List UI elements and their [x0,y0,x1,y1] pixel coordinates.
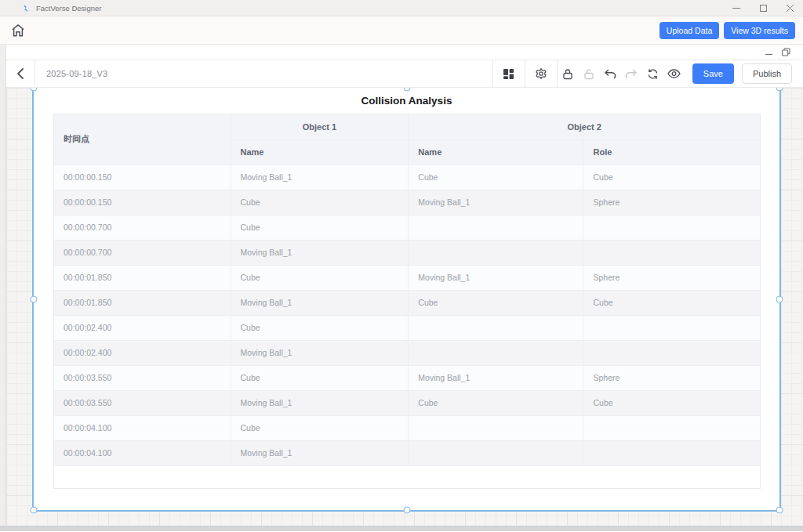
close-button[interactable] [776,0,803,16]
table-row: 00:00:02.400Moving Ball_1 [54,340,760,365]
window-title: FactVerse Designer [36,4,101,13]
layout-grid-icon [503,68,514,80]
titlebar: FactVerse Designer [0,0,803,16]
column-group-object1: Object 1 [231,114,409,139]
lock-icon [562,68,573,80]
table-row: 00:00:03.550CubeMoving Ball_1Sphere [54,365,760,390]
object1-name-cell: Moving Ball_1 [231,165,409,190]
preview-button[interactable] [663,60,685,87]
object1-name-cell: Cube [231,365,409,390]
object2-name-cell: Cube [409,390,583,415]
resize-handle-middle-right[interactable] [776,295,783,302]
time-cell: 00:00:01.850 [54,265,231,290]
object2-role-cell: Cube [583,390,760,415]
table-row: 00:00:00.150CubeMoving Ball_1Sphere [54,190,760,215]
redo-icon [625,69,638,79]
table-row: 00:00:01.850CubeMoving Ball_1Sphere [54,265,760,290]
collision-table: 时间点 Object 1 Object 2 Name Name Role 00:… [53,114,761,489]
refresh-button[interactable] [642,60,663,87]
view-3d-results-button[interactable]: View 3D results [724,22,795,39]
collision-table-body: 00:00:00.150Moving Ball_1CubeCube00:00:0… [54,165,760,465]
object2-role-cell [583,415,760,440]
doc-restore-icon[interactable] [782,48,790,56]
publish-button[interactable]: Publish [742,63,792,84]
maximize-button[interactable] [750,0,776,16]
left-edge-strip [0,45,6,526]
object2-role-cell: Cube [583,165,760,190]
object2-role-cell [583,315,760,340]
object1-name-cell: Cube [231,215,409,240]
time-cell: 00:00:02.400 [54,340,231,365]
resize-handle-bottom-center[interactable] [403,507,410,514]
object2-role-cell [583,240,760,265]
time-cell: 00:00:03.550 [54,365,231,390]
object1-name-cell: Moving Ball_1 [231,390,409,415]
unlock-icon [583,68,594,80]
object2-role-cell: Sphere [583,265,760,290]
workspace: 2025-09-18_V3 [0,45,803,531]
object2-role-cell [583,340,760,365]
object2-name-cell [409,240,583,265]
refresh-icon [647,68,659,80]
document-window: 2025-09-18_V3 [6,45,803,526]
undo-icon [604,69,616,79]
object2-role-cell: Sphere [583,365,760,390]
object1-name-cell: Cube [231,190,409,215]
column-header-object1-name: Name [231,139,409,165]
table-row: 00:00:00.700Cube [54,215,760,240]
time-cell: 00:00:00.150 [54,190,231,215]
object1-name-cell: Cube [231,415,409,440]
table-row: 00:00:03.550Moving Ball_1CubeCube [54,390,760,415]
resize-handle-bottom-left[interactable] [31,507,38,514]
bottom-scrollbar-strip[interactable] [0,526,803,531]
selected-widget[interactable]: Collision Analysis 时间点 Object 1 Object 2… [32,88,781,512]
table-row: 00:00:02.400Cube [54,315,760,340]
table-row: 00:00:00.700Moving Ball_1 [54,240,760,265]
settings-button[interactable] [525,60,557,87]
object2-name-cell [409,415,583,440]
home-button[interactable] [6,19,30,42]
home-icon [10,23,26,38]
table-row: 00:00:01.850Moving Ball_1CubeCube [54,290,760,315]
object2-name-cell: Cube [409,165,583,190]
object2-role-cell: Sphere [583,190,760,215]
object1-name-cell: Moving Ball_1 [231,440,409,465]
upload-data-button[interactable]: Upload Data [659,22,719,39]
document-window-chrome [6,45,803,60]
doc-minimize-icon[interactable] [765,49,772,56]
unlock-button[interactable] [579,60,600,87]
layout-grid-button[interactable] [493,60,525,87]
object2-name-cell: Moving Ball_1 [409,265,583,290]
object2-role-cell [583,215,760,240]
time-cell: 00:00:04.100 [54,415,231,440]
table-row: 00:00:04.100Cube [54,415,760,440]
resize-handle-middle-left[interactable] [31,295,38,302]
version-label: 2025-09-18_V3 [35,69,107,78]
resize-handle-bottom-right[interactable] [776,507,783,514]
object2-name-cell [409,315,583,340]
app-logo-icon [22,4,31,13]
resize-handle-top-right[interactable] [776,88,783,92]
column-header-object2-role: Role [583,139,760,165]
object1-name-cell: Cube [231,315,409,340]
save-button[interactable]: Save [692,63,734,84]
table-row: 00:00:04.100Moving Ball_1 [54,440,760,465]
column-header-time: 时间点 [54,114,231,165]
column-group-object2: Object 2 [409,114,760,139]
object2-name-cell [409,215,583,240]
object2-name-cell: Moving Ball_1 [409,365,583,390]
app-toolbar: Upload Data View 3D results [0,16,803,45]
document-toolbar: 2025-09-18_V3 [6,60,803,88]
object2-name-cell [409,440,583,465]
object1-name-cell: Moving Ball_1 [231,290,409,315]
back-button[interactable] [6,60,35,87]
redo-button[interactable] [621,60,642,87]
minimize-button[interactable] [723,0,750,16]
time-cell: 00:00:00.150 [54,165,231,190]
gear-icon [535,67,547,80]
back-chevron-icon [16,68,24,79]
time-cell: 00:00:02.400 [54,315,231,340]
lock-button[interactable] [558,60,579,87]
undo-button[interactable] [600,60,621,87]
design-canvas[interactable]: Collision Analysis 时间点 Object 1 Object 2… [6,88,803,526]
